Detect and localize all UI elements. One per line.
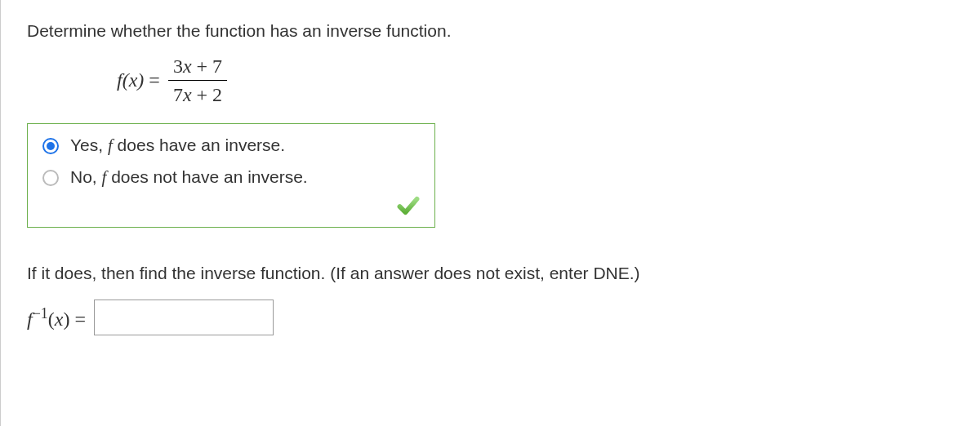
option-no-label: No, f does not have an inverse.	[70, 167, 308, 188]
equation-denominator: 7x + 2	[168, 81, 227, 107]
checkmark-icon	[397, 194, 420, 217]
option-yes-label: Yes, f does have an inverse.	[70, 135, 285, 156]
option-no[interactable]: No, f does not have an inverse.	[42, 167, 420, 188]
followup-prompt: If it does, then find the inverse functi…	[27, 264, 954, 283]
equation-numerator: 3x + 7	[168, 54, 227, 81]
option-yes[interactable]: Yes, f does have an inverse.	[42, 135, 420, 156]
inverse-function-input[interactable]	[94, 300, 274, 335]
function-equation: f(x) = 3x + 7 7x + 2	[117, 54, 954, 107]
radio-no[interactable]	[42, 170, 59, 186]
answer-box: Yes, f does have an inverse. No, f does …	[27, 123, 435, 228]
radio-yes[interactable]	[42, 138, 59, 154]
question-prompt: Determine whether the function has an in…	[27, 21, 954, 41]
inverse-answer-row: f−1(x) =	[27, 300, 954, 335]
